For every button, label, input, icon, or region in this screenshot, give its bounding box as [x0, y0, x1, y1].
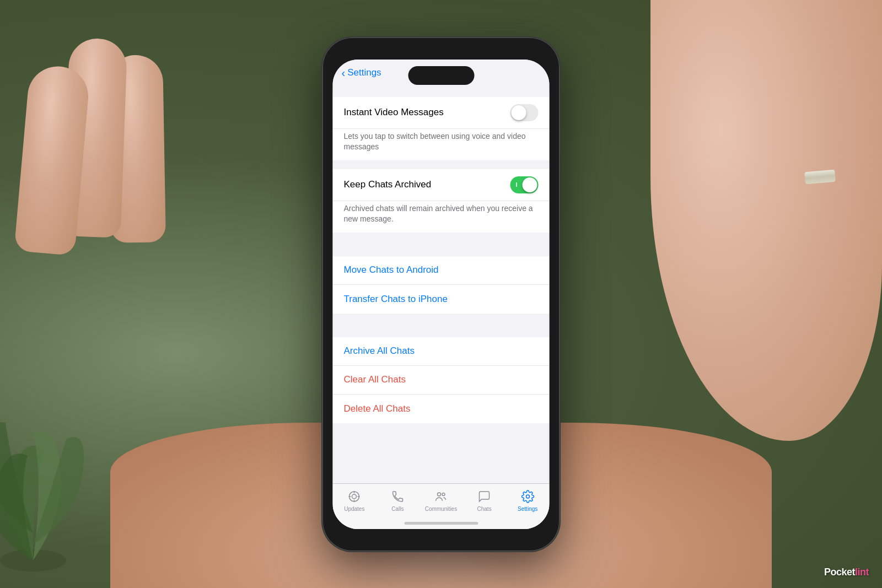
section-gap-3: [333, 237, 550, 256]
svg-point-2: [352, 494, 357, 499]
communities-icon: [433, 489, 448, 504]
delete-all-label: Delete All Chats: [344, 403, 539, 414]
watermark-pocket: Pocket: [824, 567, 855, 578]
section-transfer: Move Chats to Android Transfer Chats to …: [333, 256, 550, 314]
tab-chats[interactable]: Chats: [462, 489, 506, 512]
updates-icon: [347, 489, 362, 504]
toggle-thumb-on: [523, 177, 537, 192]
section-gap-1: [333, 93, 550, 97]
transfer-iphone-label: Transfer Chats to iPhone: [344, 294, 539, 305]
chats-icon: [477, 489, 492, 504]
row-clear-all[interactable]: Clear All Chats: [333, 366, 550, 395]
instant-video-toggle[interactable]: [510, 104, 539, 121]
instant-video-footer: Lets you tap to switch between using voi…: [333, 129, 550, 160]
clear-all-label: Clear All Chats: [344, 374, 539, 385]
settings-icon: [520, 489, 535, 504]
screen-content: ‹ Settings Chats Instant Video Messages: [333, 60, 550, 529]
svg-point-9: [526, 495, 529, 498]
tab-settings[interactable]: Settings: [506, 489, 550, 512]
svg-point-7: [438, 493, 441, 496]
toggle-on-label: I: [516, 181, 518, 188]
phone-frame: ‹ Settings Chats Instant Video Messages: [322, 37, 560, 551]
home-indicator: [404, 522, 478, 525]
row-keep-archived[interactable]: Keep Chats Archived I: [333, 169, 550, 201]
keep-archived-toggle[interactable]: I: [510, 176, 539, 193]
updates-tab-label: Updates: [344, 506, 364, 512]
phone-screen: ‹ Settings Chats Instant Video Messages: [333, 60, 550, 529]
row-instant-video[interactable]: Instant Video Messages: [333, 97, 550, 129]
svg-point-8: [442, 493, 445, 496]
row-delete-all[interactable]: Delete All Chats: [333, 395, 550, 423]
section-gap-4: [333, 318, 550, 337]
watermark: Pocket lint: [824, 567, 869, 578]
tab-updates[interactable]: Updates: [333, 489, 377, 512]
row-archive-all[interactable]: Archive All Chats: [333, 337, 550, 366]
instant-video-label: Instant Video Messages: [344, 107, 510, 118]
keep-archived-label: Keep Chats Archived: [344, 179, 510, 190]
archive-all-label: Archive All Chats: [344, 346, 539, 357]
tab-calls[interactable]: Calls: [376, 489, 420, 512]
section-keep-archived: Keep Chats Archived I Archived chats wil…: [333, 169, 550, 233]
watermark-lint: lint: [855, 567, 869, 578]
keep-archived-footer: Archived chats will remain archived when…: [333, 201, 550, 233]
section-gap-2: [333, 165, 550, 169]
settings-tab-label: Settings: [518, 506, 537, 512]
row-move-android[interactable]: Move Chats to Android: [333, 256, 550, 285]
content-area: Instant Video Messages Lets you tap to s…: [333, 93, 550, 483]
back-label: Settings: [347, 67, 381, 78]
chats-tab-label: Chats: [477, 506, 492, 512]
back-button[interactable]: ‹ Settings: [342, 67, 381, 78]
section-manage: Archive All Chats Clear All Chats Delete…: [333, 337, 550, 423]
section-instant-video: Instant Video Messages Lets you tap to s…: [333, 97, 550, 160]
tab-communities[interactable]: Communities: [420, 489, 463, 512]
toggle-thumb: [512, 105, 526, 120]
move-android-label: Move Chats to Android: [344, 265, 539, 276]
dynamic-island: [408, 66, 474, 85]
back-chevron-icon: ‹: [342, 67, 346, 78]
calls-icon: [390, 489, 405, 504]
communities-tab-label: Communities: [425, 506, 457, 512]
row-transfer-iphone[interactable]: Transfer Chats to iPhone: [333, 285, 550, 314]
calls-tab-label: Calls: [391, 506, 404, 512]
